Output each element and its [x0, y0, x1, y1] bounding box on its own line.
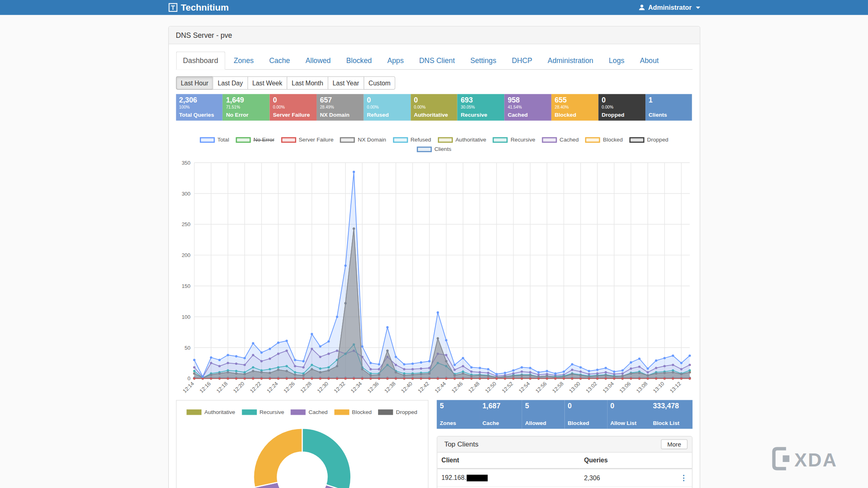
legend-item-clients[interactable]: Clients [417, 146, 451, 152]
queries-line-chart: 05010015020025030035012:1412:1612:1812:2… [176, 155, 692, 397]
svg-text:13:04: 13:04 [601, 381, 614, 394]
response-donut-panel: AuthoritativeRecursiveCachedBlockedDropp… [176, 400, 428, 488]
tab-blocked[interactable]: Blocked [339, 52, 379, 70]
stat-label: Blocked [568, 420, 603, 427]
stat-percent: 0.00% [601, 105, 642, 110]
svg-text:12:40: 12:40 [400, 381, 413, 394]
legend-item-total[interactable]: Total [200, 137, 229, 143]
svg-text:12:50: 12:50 [483, 381, 497, 394]
legend-swatch [242, 409, 257, 415]
stat-percent: 28.49% [320, 105, 360, 110]
time-range-last-day[interactable]: Last Day [213, 76, 248, 90]
stat-card-block-list: 333,478Block List [649, 400, 692, 429]
tab-zones[interactable]: Zones [227, 52, 261, 70]
legend-item-dropped[interactable]: Dropped [378, 409, 418, 415]
stat-value: 958 [508, 96, 548, 105]
stat-label: Server Failure [273, 112, 313, 118]
legend-item-authoritative[interactable]: Authoritative [438, 137, 486, 143]
legend-item-blocked[interactable]: Blocked [585, 137, 623, 143]
time-range-custom[interactable]: Custom [363, 76, 395, 90]
top-clients-title: Top Clients [444, 440, 479, 448]
stat-value: 655 [555, 96, 595, 105]
stat-card-refused: 00.00%Refused [363, 94, 410, 120]
technitium-logo-icon [168, 3, 177, 12]
user-label: Administrator [648, 4, 692, 11]
legend-swatch [585, 137, 600, 143]
tab-about[interactable]: About [633, 52, 666, 70]
stat-label: Zones [440, 420, 476, 427]
legend-swatch [334, 409, 349, 415]
legend-swatch [378, 409, 394, 415]
stat-label: Block List [653, 420, 689, 427]
stat-label: Dropped [601, 112, 642, 118]
svg-text:13:00: 13:00 [568, 381, 581, 394]
legend-label: Cached [560, 137, 579, 143]
legend-item-dropped[interactable]: Dropped [630, 137, 669, 143]
stat-value: 1,649 [226, 96, 266, 105]
time-range-last-year[interactable]: Last Year [328, 76, 364, 90]
legend-item-nx-domain[interactable]: NX Domain [340, 137, 386, 143]
legend-label: Cached [308, 409, 328, 415]
tab-cache[interactable]: Cache [262, 52, 297, 70]
svg-text:12:38: 12:38 [383, 381, 396, 394]
nav-tabs: DashboardZonesCacheAllowedBlockedAppsDNS… [176, 52, 692, 70]
stat-card-allow-list: 0Allow List [607, 400, 650, 429]
tab-administration[interactable]: Administration [540, 52, 600, 70]
legend-item-cached[interactable]: Cached [542, 137, 579, 143]
stat-label: No Error [226, 112, 266, 118]
legend-swatch [417, 146, 432, 152]
legend-label: Dropped [396, 409, 417, 415]
stat-percent: 28.40% [555, 105, 595, 110]
tab-dhcp[interactable]: DHCP [505, 52, 539, 70]
stat-card-allowed: 5Allowed [522, 400, 564, 429]
legend-label: Refused [411, 137, 431, 143]
tab-allowed[interactable]: Allowed [298, 52, 338, 70]
time-range-last-hour[interactable]: Last Hour [176, 76, 213, 90]
tab-settings[interactable]: Settings [463, 52, 503, 70]
stat-value: 657 [320, 96, 360, 105]
tab-dns-client[interactable]: DNS Client [412, 52, 462, 70]
more-button[interactable]: More [661, 439, 687, 449]
stat-percent: 30.05% [461, 105, 501, 110]
stat-value: 5 [525, 402, 561, 410]
svg-text:12:24: 12:24 [265, 381, 279, 394]
stat-card-no-error: 1,64971.51%No Error [223, 94, 269, 120]
legend-item-blocked[interactable]: Blocked [334, 409, 372, 415]
time-range-last-week[interactable]: Last Week [247, 76, 287, 90]
user-menu[interactable]: Administrator [638, 4, 700, 11]
tab-apps[interactable]: Apps [380, 52, 411, 70]
queries-cell: 2,306 [579, 468, 671, 486]
legend-swatch [493, 137, 508, 143]
svg-text:12:20: 12:20 [232, 381, 245, 394]
legend-item-authoritative[interactable]: Authoritative [187, 409, 235, 415]
brand-link[interactable]: Technitium [168, 2, 229, 13]
redacted-text [467, 475, 488, 481]
tab-logs[interactable]: Logs [601, 52, 632, 70]
stat-value: 1 [649, 96, 689, 105]
svg-text:12:52: 12:52 [501, 381, 514, 394]
stat-value: 0 [568, 402, 603, 410]
legend-item-refused[interactable]: Refused [393, 137, 431, 143]
queries-chart-legend: TotalNo ErrorServer FailureNX DomainRefu… [176, 135, 692, 154]
stat-card-blocked: 0Blocked [564, 400, 607, 429]
stat-label: Recursive [461, 112, 501, 118]
legend-item-recursive[interactable]: Recursive [242, 409, 284, 415]
user-icon [638, 4, 645, 11]
top-clients-table: Client Queries 192.168. [437, 453, 692, 487]
svg-text:12:22: 12:22 [249, 381, 262, 394]
legend-item-no-error[interactable]: No Error [236, 137, 274, 143]
tab-dashboard[interactable]: Dashboard [176, 52, 225, 70]
panel-title: DNS Server - pve [168, 26, 700, 44]
legend-item-server-failure[interactable]: Server Failure [281, 137, 334, 143]
svg-text:13:12: 13:12 [668, 381, 682, 394]
stat-card-zones: 5Zones [437, 400, 479, 429]
legend-item-recursive[interactable]: Recursive [493, 137, 535, 143]
legend-item-cached[interactable]: Cached [291, 409, 328, 415]
time-range-last-month[interactable]: Last Month [286, 76, 328, 90]
svg-text:12:18: 12:18 [215, 381, 228, 394]
row-menu-icon[interactable]: ⋮ [671, 468, 692, 486]
legend-swatch [281, 137, 296, 143]
svg-text:12:54: 12:54 [517, 381, 531, 394]
svg-text:12:42: 12:42 [416, 381, 430, 394]
table-row: 192.168. 2,306 ⋮ [437, 468, 692, 486]
